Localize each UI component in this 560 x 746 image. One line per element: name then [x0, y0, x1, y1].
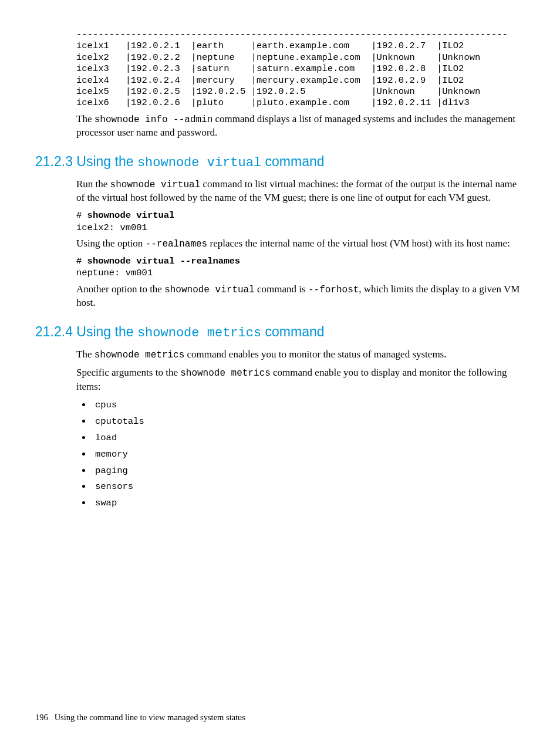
inline-code: shownode metrics: [95, 350, 185, 360]
text: Run the: [76, 178, 110, 190]
paragraph-shownode-info-admin: The shownode info --admin command displa…: [76, 113, 525, 140]
inline-code: shownode metrics: [137, 326, 261, 340]
list-item: sensors: [92, 480, 525, 493]
section-number: 21.2.3: [35, 154, 73, 169]
page-footer: 196 Using the command line to view manag…: [35, 712, 245, 724]
paragraph: The shownode metrics command enables you…: [76, 348, 525, 362]
inline-code: --realnames: [146, 239, 208, 249]
section-heading-21-2-3: 21.2.3 Using the shownode virtual comman…: [35, 153, 525, 172]
command-block: # shownode virtual --realnames neptune: …: [76, 255, 525, 279]
section-number: 21.2.4: [35, 324, 73, 339]
inline-code: shownode metrics: [180, 368, 271, 379]
text: command enables you to monitor the statu…: [184, 349, 446, 360]
inline-code: shownode virtual: [137, 156, 261, 170]
text: command: [261, 154, 324, 169]
paragraph: Run the shownode virtual command to list…: [76, 178, 525, 205]
inline-code: --forhost: [308, 285, 359, 295]
page-number: 196: [35, 713, 48, 722]
command-output: neptune: vm001: [76, 268, 153, 278]
list-item: swap: [92, 497, 525, 509]
section-heading-21-2-4: 21.2.4 Using the shownode metrics comman…: [35, 323, 525, 342]
text: The: [76, 349, 95, 360]
command-output: icelx2: vm001: [76, 222, 147, 233]
text: command: [261, 324, 324, 339]
chapter-title: Using the command line to view managed s…: [55, 713, 245, 722]
command: shownode virtual: [87, 210, 175, 221]
text: replaces the internal name of the virtua…: [207, 238, 510, 249]
text: Using the: [73, 154, 137, 169]
command: shownode virtual --realnames: [87, 256, 240, 266]
prompt: #: [76, 210, 87, 221]
list-item: paging: [92, 464, 525, 477]
list-item: cputotals: [92, 415, 525, 428]
text: The: [76, 113, 95, 124]
text: Using the: [73, 324, 137, 339]
command-block: # shownode virtual icelx2: vm001: [76, 210, 525, 233]
paragraph: Using the option --realnames replaces th…: [76, 237, 525, 251]
metrics-list: cpuscputotalsloadmemorypagingsensorsswap: [76, 399, 525, 509]
inline-code: shownode info --admin: [95, 114, 213, 125]
text: Another option to the: [76, 283, 164, 295]
prompt: #: [76, 256, 87, 266]
text: command is: [255, 283, 308, 295]
inline-code: shownode virtual: [110, 180, 201, 190]
shownode-output-table: ----------------------------------------…: [76, 29, 525, 109]
list-item: cpus: [92, 399, 525, 411]
list-item: memory: [92, 448, 525, 461]
text: Using the option: [76, 238, 146, 249]
paragraph: Another option to the shownode virtual c…: [76, 283, 525, 310]
text: Specific arguments to the: [76, 367, 180, 378]
paragraph: Specific arguments to the shownode metri…: [76, 366, 525, 394]
list-item: load: [92, 431, 525, 444]
inline-code: shownode virtual: [164, 285, 255, 295]
